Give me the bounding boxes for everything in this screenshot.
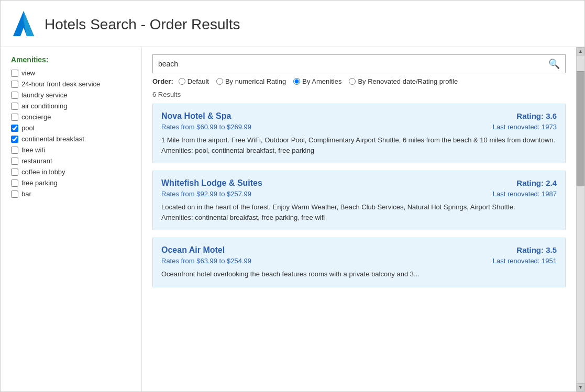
amenity-label-continental-breakfast[interactable]: continental breakfast xyxy=(21,135,84,143)
amenity-checkbox-air-conditioning[interactable] xyxy=(11,103,18,110)
amenity-item-laundry: laundry service xyxy=(11,91,136,99)
amenity-checkbox-restaurant[interactable] xyxy=(11,158,18,165)
amenity-label-bar[interactable]: bar xyxy=(21,190,31,198)
order-radio-by-amenities[interactable] xyxy=(293,78,300,85)
order-radio-default[interactable] xyxy=(179,78,185,85)
hotel-name-2[interactable]: Ocean Air Motel xyxy=(161,245,225,255)
main-content: Amenities: view24-hour front desk servic… xyxy=(1,47,584,391)
search-input[interactable] xyxy=(153,55,543,72)
amenity-label-24hour[interactable]: 24-hour front desk service xyxy=(21,80,100,88)
amenity-item-view: view xyxy=(11,69,136,77)
scrollbar[interactable]: ▲ ▼ xyxy=(576,47,584,391)
amenity-label-view[interactable]: view xyxy=(21,69,35,77)
amenity-item-coffee-lobby: coffee in lobby xyxy=(11,168,136,176)
hotel-rates-2: Rates from $63.99 to $254.99 xyxy=(161,257,251,265)
hotel-rates-row-2: Rates from $63.99 to $254.99Last renovat… xyxy=(161,257,557,265)
scrollbar-track[interactable] xyxy=(577,55,584,383)
app-logo-icon xyxy=(11,10,36,39)
hotel-rates-0: Rates from $60.99 to $269.99 xyxy=(161,123,251,131)
amenity-label-restaurant[interactable]: restaurant xyxy=(21,157,52,165)
order-option-label-by-amenities: By Amenities xyxy=(302,77,341,85)
app-container: Hotels Search - Order Results Amenities:… xyxy=(0,0,585,392)
hotel-name-0[interactable]: Nova Hotel & Spa xyxy=(161,111,231,121)
header: Hotels Search - Order Results xyxy=(1,1,584,47)
amenity-checkbox-bar[interactable] xyxy=(11,191,18,198)
amenity-item-free-wifi: free wifi xyxy=(11,146,136,154)
order-option-renovated-rating[interactable]: By Renovated date/Rating profile xyxy=(349,77,458,85)
hotel-rating-2: Rating: 3.5 xyxy=(516,245,557,254)
hotel-rating-1: Rating: 2.4 xyxy=(516,178,557,187)
amenity-checkbox-free-wifi[interactable] xyxy=(11,147,18,154)
scroll-up-arrow[interactable]: ▲ xyxy=(577,47,584,55)
scroll-down-arrow[interactable]: ▼ xyxy=(577,383,584,391)
amenity-checkbox-coffee-lobby[interactable] xyxy=(11,169,18,176)
hotel-header-1: Whitefish Lodge & SuitesRating: 2.4 xyxy=(161,178,557,188)
amenity-checkbox-laundry[interactable] xyxy=(11,92,18,99)
hotel-header-0: Nova Hotel & SpaRating: 3.6 xyxy=(161,111,557,121)
hotel-header-2: Ocean Air MotelRating: 3.5 xyxy=(161,245,557,255)
amenity-item-24hour: 24-hour front desk service xyxy=(11,80,136,88)
order-radio-renovated-rating[interactable] xyxy=(349,78,356,85)
hotel-renovated-2: Last renovated: 1951 xyxy=(493,257,557,265)
hotel-card-2: Ocean Air MotelRating: 3.5Rates from $63… xyxy=(152,238,566,287)
amenity-checkbox-pool[interactable] xyxy=(11,125,18,132)
amenity-label-coffee-lobby[interactable]: coffee in lobby xyxy=(21,168,65,176)
order-option-by-amenities[interactable]: By Amenities xyxy=(293,77,341,85)
hotel-rates-row-1: Rates from $92.99 to $257.99Last renovat… xyxy=(161,190,557,198)
amenity-label-pool[interactable]: pool xyxy=(21,124,35,132)
order-option-label-default: Default xyxy=(187,77,209,85)
hotel-description-1: Located on in the heart of the forest. E… xyxy=(161,202,557,222)
amenity-item-pool: pool xyxy=(11,124,136,132)
search-button[interactable]: 🔍 xyxy=(543,55,565,73)
hotels-list: Nova Hotel & SpaRating: 3.6Rates from $6… xyxy=(152,104,566,287)
amenity-item-restaurant: restaurant xyxy=(11,157,136,165)
order-label: Order: xyxy=(152,77,173,85)
amenity-label-free-parking[interactable]: free parking xyxy=(21,179,58,187)
order-option-default[interactable]: Default xyxy=(179,77,209,85)
amenity-label-air-conditioning[interactable]: air conditioning xyxy=(21,102,67,110)
hotel-name-1[interactable]: Whitefish Lodge & Suites xyxy=(161,178,262,188)
amenity-checkbox-free-parking[interactable] xyxy=(11,180,18,187)
hotel-renovated-0: Last renovated: 1973 xyxy=(493,123,557,131)
amenity-checkbox-concierge[interactable] xyxy=(11,114,18,121)
svg-marker-1 xyxy=(24,11,34,36)
amenity-item-concierge: concierge xyxy=(11,113,136,121)
amenity-label-laundry[interactable]: laundry service xyxy=(21,91,67,99)
order-radio-numerical-rating[interactable] xyxy=(216,78,223,85)
order-row: Order: DefaultBy numerical RatingBy Amen… xyxy=(152,77,566,85)
hotel-rates-1: Rates from $92.99 to $257.99 xyxy=(161,190,251,198)
sidebar: Amenities: view24-hour front desk servic… xyxy=(1,47,142,391)
hotel-rating-0: Rating: 3.6 xyxy=(516,111,557,120)
hotel-rates-row-0: Rates from $60.99 to $269.99Last renovat… xyxy=(161,123,557,131)
hotel-card-1: Whitefish Lodge & SuitesRating: 2.4Rates… xyxy=(152,171,566,230)
amenity-checkbox-view[interactable] xyxy=(11,70,18,77)
scrollbar-thumb[interactable] xyxy=(577,71,584,186)
amenity-label-concierge[interactable]: concierge xyxy=(21,113,51,121)
results-area: 🔍 Order: DefaultBy numerical RatingBy Am… xyxy=(142,47,576,391)
order-options: DefaultBy numerical RatingBy AmenitiesBy… xyxy=(179,77,463,85)
order-option-label-renovated-rating: By Renovated date/Rating profile xyxy=(358,77,458,85)
amenities-heading: Amenities: xyxy=(11,55,136,64)
results-count: 6 Results xyxy=(152,91,566,98)
hotel-description-0: 1 Mile from the airport. Free WiFi, Outd… xyxy=(161,135,557,155)
amenity-item-bar: bar xyxy=(11,190,136,198)
amenity-item-air-conditioning: air conditioning xyxy=(11,102,136,110)
hotel-card-0: Nova Hotel & SpaRating: 3.6Rates from $6… xyxy=(152,104,566,163)
amenities-list: view24-hour front desk servicelaundry se… xyxy=(11,69,136,198)
hotel-description-2: Oceanfront hotel overlooking the beach f… xyxy=(161,269,557,279)
hotel-renovated-1: Last renovated: 1987 xyxy=(493,190,557,198)
amenity-label-free-wifi[interactable]: free wifi xyxy=(21,146,45,154)
amenity-item-free-parking: free parking xyxy=(11,179,136,187)
amenity-checkbox-24hour[interactable] xyxy=(11,81,18,88)
page-title: Hotels Search - Order Results xyxy=(45,16,240,33)
order-option-label-numerical-rating: By numerical Rating xyxy=(225,77,286,85)
amenity-item-continental-breakfast: continental breakfast xyxy=(11,135,136,143)
order-option-numerical-rating[interactable]: By numerical Rating xyxy=(216,77,286,85)
amenity-checkbox-continental-breakfast[interactable] xyxy=(11,136,18,143)
search-bar: 🔍 xyxy=(152,54,566,73)
